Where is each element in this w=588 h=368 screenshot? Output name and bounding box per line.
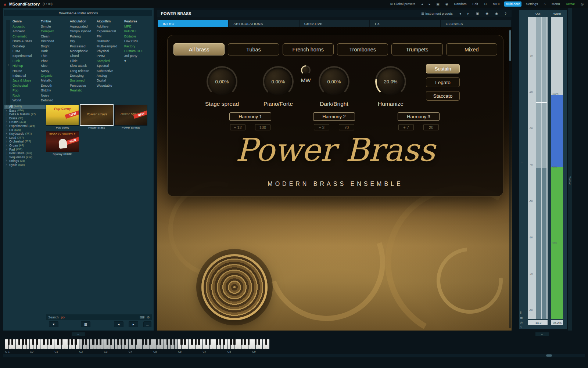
filter-item[interactable]: Low CPU	[124, 39, 148, 44]
filter-item[interactable]: Multi-sampled	[97, 44, 124, 49]
image-view-button[interactable]: ▦	[81, 321, 90, 327]
filter-item[interactable]: Clean	[41, 34, 70, 39]
filter-item[interactable]: Processed	[70, 44, 97, 49]
toolbar-strip[interactable]: Toolbar	[568, 8, 572, 331]
help-icon[interactable]: ?	[503, 11, 508, 16]
home-icon[interactable]: ⌂	[542, 1, 547, 7]
section-button-tubas[interactable]: Tubas	[228, 43, 279, 55]
filter-item[interactable]: Acoustic	[12, 24, 41, 29]
tree-item-experimental[interactable]: ├Experimental(194)	[4, 124, 46, 128]
section-button-all-brass[interactable]: All brass	[173, 43, 225, 55]
black-key[interactable]	[68, 339, 69, 345]
filter-item[interactable]: Ambient	[12, 29, 41, 34]
filter-item[interactable]: PWM	[97, 54, 124, 58]
knob-dial[interactable]: 20.0%	[375, 66, 406, 97]
topbar-item-menu[interactable]: Menu	[550, 1, 562, 7]
content-scrollbar[interactable]	[509, 29, 511, 328]
filter-item[interactable]: Pulsing	[70, 34, 97, 39]
filter-item[interactable]: Phat	[41, 59, 70, 64]
black-key[interactable]	[205, 339, 207, 345]
black-key[interactable]	[50, 339, 52, 345]
filter-item[interactable]: Industrial	[12, 73, 41, 78]
tree-item-sequences[interactable]: ├Sequences(212)	[4, 155, 46, 159]
tree-item-brass[interactable]: ├Brass(99)	[4, 116, 46, 120]
right-panel-resize-handle[interactable]: ↔	[535, 332, 549, 336]
black-key[interactable]	[43, 339, 45, 345]
filter-item[interactable]: Funk	[12, 59, 41, 64]
section-button-trumpets[interactable]: Trumpets	[391, 43, 442, 55]
filter-item[interactable]: Jazz & blues	[12, 78, 41, 83]
search-input[interactable]: po	[61, 315, 65, 319]
filter-item[interactable]: Smooth	[41, 83, 70, 88]
filter-item[interactable]: EDM	[12, 49, 41, 54]
mod-wheel-knob[interactable]	[301, 65, 311, 75]
black-key[interactable]	[265, 339, 267, 345]
filter-item[interactable]: ♥	[124, 59, 148, 64]
harmony-button[interactable]: Harmony 2	[313, 112, 355, 121]
tab-fx[interactable]: FX	[370, 20, 440, 27]
tree-item-all[interactable]: ◷All(4445)	[4, 105, 46, 109]
content-scrollbar-thumb[interactable]	[509, 30, 511, 61]
black-key[interactable]	[57, 339, 59, 345]
black-key[interactable]	[255, 339, 257, 345]
tree-item-pad[interactable]: ├Pad(451)	[4, 148, 46, 152]
filter-item[interactable]: Additive	[97, 24, 124, 29]
download-addons-button[interactable]: Download & Install addons	[4, 10, 152, 16]
black-key[interactable]	[216, 339, 218, 345]
filter-item[interactable]: Orchestral	[12, 83, 41, 88]
section-button-trombones[interactable]: Trombones	[337, 43, 388, 55]
harmony-button[interactable]: Harmony 3	[398, 112, 440, 121]
knob-dial[interactable]: 0.00%	[207, 66, 237, 97]
record-icon[interactable]: ◉	[444, 1, 450, 7]
filter-item[interactable]: Hiphop	[12, 64, 41, 68]
tree-item-bells-&-mallets[interactable]: ├Bells & Mallets(77)	[4, 112, 46, 116]
filter-item[interactable]: Granular	[97, 39, 124, 44]
filter-item[interactable]: Distorted	[41, 39, 70, 44]
black-key[interactable]	[47, 339, 49, 345]
filter-item[interactable]: FM	[97, 34, 124, 39]
filter-item[interactable]: Factory	[124, 44, 148, 49]
black-key[interactable]	[191, 339, 193, 345]
tree-item-keyboards[interactable]: ├Keyboards(371)	[4, 132, 46, 136]
black-key[interactable]	[230, 339, 232, 345]
black-key[interactable]	[184, 339, 186, 345]
tree-item-percussive[interactable]: ├Percussive(340)	[4, 151, 46, 155]
black-key[interactable]	[244, 339, 246, 345]
next-arrow-icon[interactable]: ▸	[466, 11, 471, 16]
filter-item[interactable]: Sustained	[70, 78, 97, 83]
keyboard-icon[interactable]: ⌨	[140, 315, 144, 319]
bottom-scrollbar-thumb[interactable]	[546, 354, 552, 357]
filter-item[interactable]: Digital	[97, 78, 124, 83]
filter-item[interactable]: Nice	[41, 64, 70, 68]
knob-dial[interactable]: 0.00%	[319, 66, 349, 97]
filter-item[interactable]: Analog	[97, 73, 124, 78]
filter-item[interactable]: Thin	[41, 54, 70, 58]
window-icon[interactable]: ▣	[474, 11, 481, 16]
filter-item[interactable]: Nasty	[41, 69, 70, 73]
black-key[interactable]	[75, 339, 76, 345]
tab-intro[interactable]: INTRO	[158, 20, 228, 27]
topbar-item-midi[interactable]: MIDI	[491, 1, 501, 7]
filter-item[interactable]: Physical	[97, 49, 124, 54]
addon-thumbnail[interactable]: Power StringsNEWPower Strings	[114, 105, 147, 130]
clock-icon[interactable]: ◷	[520, 321, 523, 324]
filter-item[interactable]: Realistic	[70, 88, 97, 93]
filter-item[interactable]: 3rd party	[124, 54, 148, 58]
black-key[interactable]	[36, 339, 38, 345]
filter-item[interactable]: Experimental	[97, 29, 124, 34]
filter-item[interactable]: Dubstep	[12, 44, 41, 49]
tab-articulations[interactable]: ARTICULATIONS	[229, 20, 298, 27]
black-key[interactable]	[219, 339, 221, 345]
filter-item[interactable]: Dry	[70, 39, 97, 44]
filter-item[interactable]: Metallic	[41, 78, 70, 83]
black-key[interactable]	[258, 339, 260, 345]
black-key[interactable]	[32, 339, 34, 345]
search-bar[interactable]: Search po ⌨ ⊘	[46, 314, 152, 320]
prev-arrow-icon[interactable]: ◂	[420, 1, 424, 7]
tree-item-organ[interactable]: ├Organ(48)	[4, 144, 46, 148]
filter-item[interactable]: Pop	[12, 88, 41, 93]
black-key[interactable]	[22, 339, 24, 345]
topbar-item-random[interactable]: Random	[453, 1, 468, 7]
section-button-french-horns[interactable]: French horns	[283, 43, 334, 55]
filter-item[interactable]: Drum & Bass	[12, 39, 41, 44]
